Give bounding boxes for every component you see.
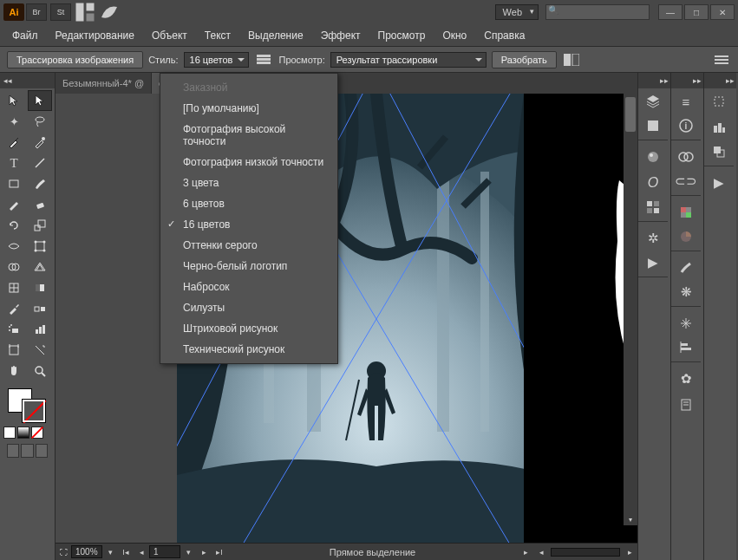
info-panel-icon[interactable]: i xyxy=(671,114,701,140)
minimize-button[interactable]: — xyxy=(658,4,682,20)
artboard-tool[interactable] xyxy=(2,340,26,361)
scroll-left-icon[interactable]: ◂ xyxy=(533,545,549,559)
menu-effect[interactable]: Эффект xyxy=(312,26,369,45)
color-panel-icon[interactable] xyxy=(671,199,701,225)
brushes-panel-icon[interactable] xyxy=(671,255,701,281)
links-panel-icon[interactable]: ⊂⊃ xyxy=(671,170,701,196)
gradient-tool[interactable] xyxy=(28,277,52,298)
dropdown-item-lineart[interactable]: Штриховой рисунок xyxy=(160,318,337,339)
dropdown-item-6colors[interactable]: 6 цветов xyxy=(160,193,337,214)
preview-select[interactable]: Результат трассировки xyxy=(330,52,487,68)
cc-panel-icon[interactable] xyxy=(671,144,701,170)
gpu-icon[interactable] xyxy=(99,3,120,21)
swatches-panel-icon[interactable] xyxy=(638,196,668,222)
arrange-docs-icon[interactable] xyxy=(75,3,95,21)
mask-icon[interactable] xyxy=(562,50,581,69)
artboards-panel-icon[interactable] xyxy=(638,114,668,140)
draw-inside-icon[interactable] xyxy=(36,444,48,458)
mesh-tool[interactable] xyxy=(2,277,26,298)
scale-tool[interactable] xyxy=(28,215,52,236)
eyedropper-tool[interactable] xyxy=(2,298,26,319)
zoom-dropdown-icon[interactable]: ▾ xyxy=(102,545,118,559)
rotate-tool[interactable] xyxy=(2,215,26,236)
transform-panel-icon[interactable] xyxy=(671,310,701,336)
menu-text[interactable]: Текст xyxy=(196,26,239,45)
shape-builder-tool[interactable] xyxy=(2,257,26,277)
prev-artboard-icon[interactable]: ◂ xyxy=(134,545,149,559)
shaper-tool[interactable] xyxy=(2,194,26,215)
menu-object[interactable]: Объект xyxy=(143,26,196,45)
panel-menu-icon[interactable] xyxy=(712,50,731,69)
panel-expand-icon-2[interactable]: ▸▸ xyxy=(691,73,703,88)
dropdown-item-technical[interactable]: Технический рисунок xyxy=(160,339,337,360)
artboard-dropdown-icon[interactable]: ▾ xyxy=(180,545,196,559)
vertical-scrollbar[interactable]: ▴ ▾ xyxy=(624,94,637,525)
none-mode-icon[interactable] xyxy=(31,427,43,439)
menu-select[interactable]: Выделение xyxy=(239,26,312,45)
artboard-field[interactable]: 1 xyxy=(149,545,180,558)
dropdown-item-bw-logo[interactable]: Черно-белый логотип xyxy=(160,256,337,277)
paintbrush-tool[interactable] xyxy=(28,173,52,194)
next-artboard-icon[interactable]: ▸ xyxy=(196,545,212,559)
zoom-tool[interactable] xyxy=(28,361,52,381)
transform-icon[interactable] xyxy=(704,88,734,114)
dropdown-item-3colors[interactable]: 3 цвета xyxy=(160,173,337,193)
dropdown-item-sketch[interactable]: Набросок xyxy=(160,277,337,297)
first-artboard-icon[interactable]: I◂ xyxy=(118,545,134,559)
hand-tool[interactable] xyxy=(2,361,26,381)
close-button[interactable]: ✕ xyxy=(710,4,735,20)
direct-selection-tool[interactable] xyxy=(28,90,52,111)
menu-file[interactable]: Файл xyxy=(3,26,47,45)
column-graph-tool[interactable] xyxy=(28,319,52,340)
status-dropdown-icon[interactable]: ▸ xyxy=(518,545,533,559)
color-guide-panel-icon[interactable] xyxy=(671,225,701,251)
curvature-tool[interactable] xyxy=(28,132,52,153)
menu-view[interactable]: Просмотр xyxy=(369,26,434,45)
layers-panel-icon[interactable] xyxy=(638,88,668,114)
type-tool[interactable]: T xyxy=(2,153,26,173)
line-tool[interactable] xyxy=(28,153,52,173)
draw-behind-icon[interactable] xyxy=(21,444,33,458)
toolbox-collapse-icon[interactable]: ◂◂ xyxy=(0,73,16,88)
dropdown-item-default[interactable]: [По умолчанию] xyxy=(160,98,337,119)
document-tab-1[interactable]: Безымянный-4* @ xyxy=(56,73,152,94)
style-select[interactable]: 16 цветов xyxy=(184,52,250,68)
free-transform-tool[interactable] xyxy=(28,236,52,257)
image-trace-button[interactable]: Трассировка изображения xyxy=(7,51,143,68)
scrollbar-thumb[interactable] xyxy=(625,97,636,132)
appearance-panel-icon[interactable] xyxy=(638,144,668,170)
maximize-button[interactable]: □ xyxy=(684,4,709,20)
bridge-button[interactable]: Br xyxy=(26,3,47,21)
align-panel-icon[interactable] xyxy=(671,336,701,362)
css-panel-icon[interactable] xyxy=(671,392,701,418)
gear-panel-icon[interactable]: ✲ xyxy=(638,225,668,251)
pen-tool[interactable] xyxy=(2,132,26,153)
actions-icon[interactable]: ▶ xyxy=(704,170,734,196)
color-mode-icon[interactable] xyxy=(3,427,16,439)
eraser-tool[interactable] xyxy=(28,194,52,215)
symbol-sprayer-tool[interactable] xyxy=(2,319,26,340)
gradient-mode-icon[interactable] xyxy=(17,427,29,439)
dropdown-item-photo-high[interactable]: Фотография высокой точности xyxy=(160,119,337,152)
pathfinder-panel-icon[interactable]: ✿ xyxy=(671,366,701,392)
magic-wand-tool[interactable]: ✦ xyxy=(2,111,26,132)
dropdown-item-grayscale[interactable]: Оттенки серого xyxy=(160,235,337,256)
stock-button[interactable]: St xyxy=(50,3,71,21)
canvas[interactable]: ▴ ▾ xyxy=(56,94,637,543)
symbols-panel-icon[interactable]: ❋ xyxy=(671,281,701,307)
last-artboard-icon[interactable]: ▸I xyxy=(212,545,227,559)
expand-button[interactable]: Разобрать xyxy=(492,51,557,68)
selection-tool[interactable] xyxy=(2,90,26,111)
menu-help[interactable]: Справка xyxy=(475,26,533,45)
play-panel-icon[interactable]: ▶ xyxy=(638,251,668,277)
scroll-down-icon[interactable]: ▾ xyxy=(624,513,637,525)
menu-edit[interactable]: Редактирование xyxy=(47,26,143,45)
dropdown-item-photo-low[interactable]: Фотография низкой точности xyxy=(160,152,337,173)
dropdown-item-silhouettes[interactable]: Силуэты xyxy=(160,297,337,318)
lasso-tool[interactable] xyxy=(28,111,52,132)
zoom-out-icon[interactable]: ⛶ xyxy=(56,545,71,559)
stroke-panel-icon[interactable]: ≡ xyxy=(671,88,701,114)
workspace-preset-select[interactable]: Web xyxy=(495,4,539,20)
menu-window[interactable]: Окно xyxy=(434,26,475,45)
draw-normal-icon[interactable] xyxy=(7,444,19,458)
